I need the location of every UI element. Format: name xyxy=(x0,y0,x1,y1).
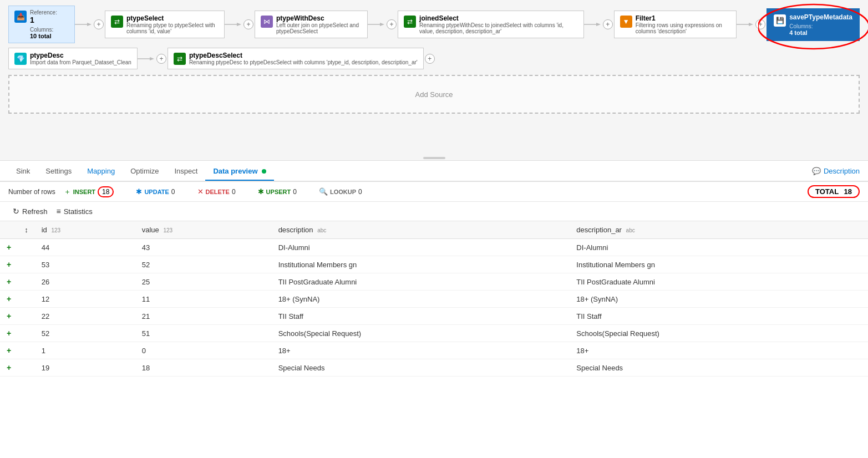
row-value-1: 52 xyxy=(135,256,272,273)
upsert-value: 0 xyxy=(293,188,297,196)
col-sort-header[interactable]: ↕ xyxy=(18,221,35,239)
table-row: + 12 11 18+ (SynNA) 18+ (SynNA) xyxy=(0,291,868,308)
col-description-ar-header[interactable]: description_ar abc xyxy=(570,221,868,239)
ptypedesc-desc: Import data from Parquet_Dataset_Clean xyxy=(30,59,131,65)
svg-marker-5 xyxy=(380,23,384,26)
node-ptypeselect[interactable]: ⇄ ptypeSelect Renaming ptype to ptypeSel… xyxy=(105,11,225,38)
row-id-2: 26 xyxy=(35,273,135,291)
tab-mapping[interactable]: Mapping xyxy=(79,162,123,181)
node-ptypedesc[interactable]: 💎 ptypeDesc Import data from Parquet_Dat… xyxy=(8,48,138,69)
connector-1: + xyxy=(75,19,105,29)
plus-btn-r2-2[interactable]: + xyxy=(425,54,435,64)
row-insert-icon-5[interactable]: + xyxy=(7,329,11,338)
add-source-box[interactable]: Add Source xyxy=(8,75,860,114)
ptypewithdesc-content: ptypeWithDesc Left outer join on ptypeSe… xyxy=(276,14,362,34)
plus-btn-5[interactable]: + xyxy=(755,19,765,29)
table-row: + 26 25 TII PostGraduate Alumni TII Post… xyxy=(0,273,868,291)
update-icon: ✱ xyxy=(136,187,142,196)
node-saveptypemetadata[interactable]: 💾 savePTypeMetadata Columns: 4 total xyxy=(767,8,860,41)
row-id-3: 12 xyxy=(35,291,135,308)
col-id-type: 123 xyxy=(51,227,60,233)
col-value-header[interactable]: value 123 xyxy=(135,221,272,239)
row-value-3: 11 xyxy=(135,291,272,308)
node-ptypedescselect[interactable]: ⇄ ptypeDescSelect Renaming ptypeDesc to … xyxy=(167,48,424,69)
upsert-icon: ✱ xyxy=(258,187,264,196)
description-label: Description xyxy=(824,167,860,175)
row-insert-icon-7[interactable]: + xyxy=(7,363,11,372)
row-value-2: 25 xyxy=(135,273,272,291)
actions-row: ↻ Refresh ≡ Statistics xyxy=(0,202,868,221)
node-saveptype-wrapper: 💾 savePTypeMetadata Columns: 4 total xyxy=(767,8,860,41)
resize-handle[interactable] xyxy=(423,157,445,159)
row-action-0: + xyxy=(0,239,18,256)
plus-btn-r2-1[interactable]: + xyxy=(156,54,166,64)
ptypeselect-content: ptypeSelect Renaming ptype to ptypeSelec… xyxy=(126,14,219,34)
ref-value: 1 xyxy=(30,16,57,24)
saveptype-content: savePTypeMetadata Columns: 4 total xyxy=(789,13,852,36)
col-description-type: abc xyxy=(317,227,326,233)
statistics-button[interactable]: ≡ Statistics xyxy=(52,205,97,218)
row-sort-7 xyxy=(18,359,35,376)
row-insert-icon-3[interactable]: + xyxy=(7,294,11,303)
row-id-4: 22 xyxy=(35,308,135,325)
row-insert-icon-4[interactable]: + xyxy=(7,312,11,320)
node-filter1[interactable]: ▼ Filter1 Filtering rows using expressio… xyxy=(614,11,737,38)
tab-data-preview[interactable]: Data preview xyxy=(205,162,274,181)
joinedselect-desc: Renaming ptypeWithDesc to joinedSelect w… xyxy=(419,22,578,34)
svg-marker-3 xyxy=(237,23,241,26)
ptypeselect-desc: Renaming ptype to ptypeSelect with colum… xyxy=(126,22,219,34)
tab-optimize[interactable]: Optimize xyxy=(123,162,166,181)
row-action-1: + xyxy=(0,256,18,273)
row-insert-icon-1[interactable]: + xyxy=(7,260,11,269)
tab-settings[interactable]: Settings xyxy=(38,162,79,181)
plus-btn-1[interactable]: + xyxy=(94,19,104,29)
saveptype-icon: 💾 xyxy=(774,14,786,27)
svg-marker-9 xyxy=(749,23,753,26)
upsert-label: UPSERT xyxy=(266,189,291,195)
plus-btn-2[interactable]: + xyxy=(243,19,253,29)
ptypedesc-title: ptypeDesc xyxy=(30,52,131,59)
row-id-5: 52 xyxy=(35,325,135,342)
row-description-ar-2: TII PostGraduate Alumni xyxy=(570,273,868,291)
total-box: TOTAL 18 xyxy=(808,185,860,198)
row-description-1: Institutional Members gn xyxy=(272,256,570,273)
filter1-title: Filter1 xyxy=(636,14,731,22)
col-description-header[interactable]: description abc xyxy=(272,221,570,239)
row-insert-icon-6[interactable]: + xyxy=(7,346,11,355)
refresh-button[interactable]: ↻ Refresh xyxy=(8,205,52,218)
lookup-icon: 🔍 xyxy=(319,187,328,196)
connector-2: + xyxy=(225,19,255,29)
row2-connector-2: + xyxy=(424,54,436,64)
tab-sink[interactable]: Sink xyxy=(8,162,38,181)
total-value: 18 xyxy=(844,187,852,196)
row-value-6: 0 xyxy=(135,342,272,359)
statistics-label: Statistics xyxy=(64,207,93,216)
tab-inspect[interactable]: Inspect xyxy=(166,162,205,181)
ptypedescselect-title: ptypeDescSelect xyxy=(189,52,418,59)
connector-3: + xyxy=(368,19,398,29)
delete-value: 0 xyxy=(232,188,236,196)
node-joinedselect[interactable]: ⇄ joinedSelect Renaming ptypeWithDesc to… xyxy=(398,11,584,38)
row-value-0: 43 xyxy=(135,239,272,256)
lookup-value: 0 xyxy=(358,188,362,196)
row-value-5: 51 xyxy=(135,325,272,342)
plus-btn-3[interactable]: + xyxy=(387,19,397,29)
data-preview-label: Data preview xyxy=(213,167,257,175)
col-id-header[interactable]: id 123 xyxy=(35,221,135,239)
row-insert-icon-0[interactable]: + xyxy=(7,243,11,252)
lookup-label: LOOKUP xyxy=(330,189,356,195)
header-row: ↕ id 123 value 123 description abc descr… xyxy=(0,221,868,239)
node-ptypewithdesc[interactable]: ⋈ ptypeWithDesc Left outer join on ptype… xyxy=(255,11,368,38)
table-row: + 22 21 TII Staff TII Staff xyxy=(0,308,868,325)
row-sort-5 xyxy=(18,325,35,342)
plus-btn-4[interactable]: + xyxy=(603,19,613,29)
row-description-6: 18+ xyxy=(272,342,570,359)
row-description-ar-6: 18+ xyxy=(570,342,868,359)
saveptype-col-label: Columns: xyxy=(789,23,852,29)
add-source-label: Add Source xyxy=(415,90,453,99)
row-insert-icon-2[interactable]: + xyxy=(7,277,11,286)
node-reference[interactable]: 📥 Reference: 1 Columns: 10 total xyxy=(8,6,75,43)
row-description-7: Special Needs xyxy=(272,359,570,376)
description-btn[interactable]: 💬 Description xyxy=(812,167,860,175)
stat-delete: ✕ DELETE 0 xyxy=(197,187,236,196)
